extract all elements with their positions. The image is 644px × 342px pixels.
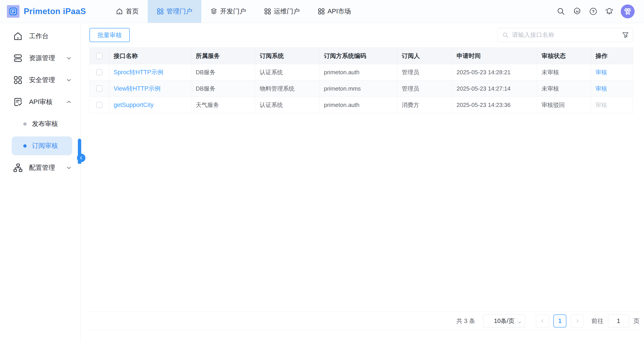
row-checkbox[interactable] [96, 86, 102, 92]
cell-api-name: View转HTTP示例 [109, 80, 191, 97]
chevron-right-icon [575, 319, 580, 323]
cell-apply-time: 2025-05-23 14:28:21 [452, 64, 537, 80]
table-row: getSupportCity 天气服务 认证系统 primeton.auth 消… [90, 97, 633, 113]
prev-page-button[interactable] [536, 314, 549, 328]
chevron-left-icon [79, 156, 83, 160]
cell-subscribe-system: 认证系统 [255, 97, 320, 113]
pagination-bar: 共 3 条 10条/页 1 前往 页 [90, 311, 640, 330]
chevron-down-icon [518, 319, 522, 324]
batch-review-button[interactable]: 批量审核 [90, 28, 130, 42]
sidebar-item-label: 资源管理 [29, 54, 55, 63]
column-header-name: 接口名称 [109, 48, 191, 64]
brand-logo-icon: P [6, 4, 20, 18]
column-header-system: 订阅系统 [255, 48, 320, 64]
chevron-up-icon [66, 99, 72, 105]
page-size-value: 10条/页 [494, 317, 514, 325]
sidebar-item-resources[interactable]: 资源管理 [0, 47, 80, 69]
search-icon[interactable] [556, 7, 566, 16]
table-row: View转HTTP示例 DB服务 物料管理系统 primeton.mms 管理员… [90, 80, 633, 97]
page-size-select[interactable]: 10条/页 [483, 314, 525, 328]
search-box [498, 28, 633, 42]
sidebar-collapse-button[interactable] [77, 154, 86, 162]
cell-api-name: Sproc转HTTP示例 [109, 64, 191, 80]
layers-icon [210, 8, 218, 15]
nav-item-label: 开发门户 [220, 7, 246, 16]
nav-item-label: API市场 [328, 7, 351, 16]
content-area: 批量审核 接口名称 [80, 23, 644, 342]
cell-service: DB服务 [191, 80, 255, 97]
cell-subscribe-system: 认证系统 [255, 64, 320, 80]
sidebar-item-workbench[interactable]: 工作台 [0, 25, 80, 47]
sidebar-subitem-label: 订阅审核 [32, 141, 58, 150]
review-action-link: 审核 [596, 101, 607, 109]
help-icon[interactable]: ? [588, 7, 598, 16]
api-name-link[interactable]: Sproc转HTTP示例 [114, 68, 163, 76]
table-header-row: 接口名称 所属服务 订阅系统 订阅方系统编码 订阅人 申请时间 审核状态 操作 [90, 48, 633, 64]
nav-item-admin-portal[interactable]: 管理门户 [148, 0, 201, 23]
cell-action: 审核 [591, 97, 633, 113]
sidebar-item-label: 配置管理 [29, 163, 55, 172]
nav-item-dev-portal[interactable]: 开发门户 [201, 0, 255, 23]
cell-status: 审核驳回 [537, 97, 591, 113]
select-all-checkbox[interactable] [96, 53, 102, 59]
sidebar-item-security[interactable]: 安全管理 [0, 69, 80, 91]
app-root: P Primeton iPaaS 首页 管理门户 [0, 0, 644, 342]
security-icon [13, 75, 23, 85]
table-body: Sproc转HTTP示例 DB服务 认证系统 primeton.auth 管理员… [90, 64, 633, 113]
goto-page-input[interactable] [608, 314, 629, 328]
filter-icon[interactable] [622, 31, 629, 39]
config-icon [13, 163, 23, 173]
nav-item-ops-portal[interactable]: 运维门户 [255, 0, 309, 23]
sidebar: 工作台 资源管理 [0, 23, 80, 342]
avatar[interactable]: 管 [621, 4, 634, 18]
api-name-link[interactable]: View转HTTP示例 [114, 84, 160, 92]
brand: P Primeton iPaaS [0, 0, 107, 23]
page-number-button[interactable]: 1 [554, 314, 566, 328]
cell-action: 审核 [591, 64, 633, 80]
sidebar-subitem-publish-audit[interactable]: 发布审核 [0, 113, 80, 135]
brand-name: Primeton iPaaS [24, 7, 86, 16]
grid-icon [318, 8, 325, 15]
api-name-link[interactable]: getSupportCity [114, 102, 154, 108]
cell-subscriber: 管理员 [397, 64, 452, 80]
cell-status: 未审核 [537, 64, 591, 80]
toolbar: 批量审核 [90, 28, 633, 42]
chevron-down-icon [66, 165, 72, 171]
nav-item-api-market[interactable]: API市场 [309, 0, 360, 23]
sidebar-item-api-audit[interactable]: API审核 [0, 91, 80, 113]
goto-label: 前往 [592, 317, 604, 325]
cell-system-code: primeton.auth [320, 64, 397, 80]
cell-subscriber: 消费方 [397, 97, 452, 113]
table-row: Sproc转HTTP示例 DB服务 认证系统 primeton.auth 管理员… [90, 64, 633, 80]
bell-icon[interactable] [605, 7, 614, 16]
review-table: 接口名称 所属服务 订阅系统 订阅方系统编码 订阅人 申请时间 审核状态 操作 … [90, 48, 633, 113]
audit-icon [13, 97, 23, 107]
chevron-down-icon [66, 77, 72, 83]
row-checkbox[interactable] [96, 69, 102, 76]
api-name-search-input[interactable] [512, 32, 620, 38]
row-checkbox[interactable] [96, 102, 102, 108]
nav-item-home[interactable]: 首页 [107, 0, 148, 23]
header-actions: AI ? 管 [556, 0, 644, 23]
resources-icon [13, 53, 23, 63]
sidebar-item-label: 工作台 [29, 32, 48, 41]
review-action-link[interactable]: 审核 [596, 68, 607, 76]
column-header-subscriber: 订阅人 [397, 48, 452, 64]
cell-service: DB服务 [191, 64, 255, 80]
column-header-service: 所属服务 [191, 48, 255, 64]
chevron-left-icon [540, 319, 545, 323]
next-page-button[interactable] [571, 314, 584, 328]
ai-icon[interactable]: AI [572, 7, 582, 16]
svg-text:AI: AI [576, 10, 579, 13]
row-checkbox-cell [90, 64, 109, 80]
sidebar-item-config[interactable]: 配置管理 [0, 157, 80, 179]
home-icon [13, 31, 23, 41]
cell-subscribe-system: 物料管理系统 [255, 80, 320, 97]
cell-system-code: primeton.mms [320, 80, 397, 97]
page-unit-label: 页 [634, 317, 640, 325]
cell-subscriber: 管理员 [397, 80, 452, 97]
sidebar-subitem-subscribe-audit[interactable]: 订阅审核 [0, 135, 80, 157]
cell-apply-time: 2025-05-23 14:27:14 [452, 80, 537, 97]
review-action-link[interactable]: 审核 [596, 85, 607, 92]
cell-service: 天气服务 [191, 97, 255, 113]
